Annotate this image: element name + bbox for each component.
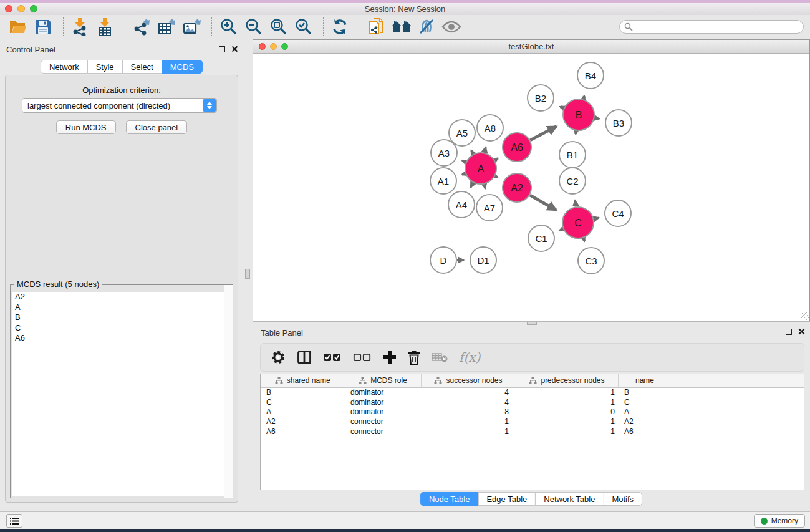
show-hide-panels-icon[interactable]: [441, 17, 462, 36]
save-session-icon[interactable]: [32, 17, 54, 36]
table-tab-network-table[interactable]: Network Table: [535, 492, 604, 506]
vertical-splitter[interactable]: [243, 39, 253, 511]
table-row[interactable]: A6connector11A6: [261, 427, 804, 437]
horizontal-splitter-handle[interactable]: [527, 322, 537, 325]
tab-mcds[interactable]: MCDS: [162, 60, 203, 74]
cell-successor-nodes[interactable]: 4: [421, 397, 516, 407]
open-file-icon[interactable]: [7, 17, 29, 36]
column-header-successor-nodes[interactable]: successor nodes: [421, 374, 516, 387]
table-row[interactable]: A2connector11A2: [261, 417, 804, 427]
cell-predecessor-nodes[interactable]: 1: [516, 387, 618, 397]
node-A6[interactable]: A6: [503, 133, 531, 162]
edge-C-C2[interactable]: [575, 200, 576, 206]
edge-A-A5[interactable]: [471, 150, 473, 154]
run-mcds-button[interactable]: Run MCDS: [56, 120, 116, 134]
node-C3[interactable]: C3: [578, 248, 604, 274]
cell-predecessor-nodes[interactable]: 1: [516, 417, 618, 427]
node-A8[interactable]: A8: [477, 115, 503, 141]
refresh-icon[interactable]: [329, 17, 350, 36]
node-A2[interactable]: A2: [503, 173, 531, 202]
edge-A6-B[interactable]: [530, 127, 556, 140]
import-network-icon[interactable]: [69, 17, 90, 36]
edge-A-A1[interactable]: [462, 173, 465, 175]
window-resize-grip[interactable]: [801, 312, 809, 320]
cell-name[interactable]: A: [618, 407, 672, 417]
result-item-c[interactable]: C: [12, 323, 231, 334]
cell-MCDS-role[interactable]: dominator: [345, 407, 421, 417]
node-A5[interactable]: A5: [449, 120, 475, 146]
open-browser-icon[interactable]: [391, 17, 412, 36]
edge-B-B1[interactable]: [576, 131, 576, 134]
float-table-panel-icon[interactable]: [786, 329, 792, 335]
node-B[interactable]: B: [563, 99, 594, 130]
criterion-select[interactable]: largest connected component (directed): [22, 98, 217, 113]
table-row[interactable]: Adominator80A: [261, 407, 804, 417]
splitter-handle[interactable]: [245, 269, 250, 279]
deselect-all-icon[interactable]: [353, 352, 372, 362]
cell-shared-name[interactable]: A6: [261, 427, 345, 437]
column-header-name[interactable]: name: [618, 374, 672, 387]
tab-network[interactable]: Network: [41, 60, 88, 74]
result-item-b[interactable]: B: [12, 312, 231, 323]
cell-predecessor-nodes[interactable]: 1: [516, 397, 618, 407]
cell-MCDS-role[interactable]: dominator: [345, 387, 421, 397]
cell-shared-name[interactable]: A: [261, 407, 345, 417]
table-tab-motifs[interactable]: Motifs: [603, 492, 642, 506]
cell-name[interactable]: B: [618, 387, 672, 397]
node-D[interactable]: D: [430, 247, 456, 273]
add-column-icon[interactable]: [383, 351, 397, 364]
task-history-button[interactable]: [6, 514, 22, 528]
node-A[interactable]: A: [465, 153, 496, 184]
zoom-out-icon[interactable]: [243, 17, 264, 36]
node-C1[interactable]: C1: [528, 225, 554, 251]
cell-shared-name[interactable]: B: [261, 387, 345, 397]
show-columns-icon[interactable]: [297, 350, 312, 365]
node-A4[interactable]: A4: [448, 191, 475, 218]
edge-A-A7[interactable]: [485, 184, 486, 188]
result-item-a2[interactable]: A2: [12, 292, 231, 302]
zoom-selected-icon[interactable]: [292, 17, 314, 36]
edge-B-B4[interactable]: [584, 96, 584, 99]
edge-C-C3[interactable]: [583, 238, 584, 241]
cell-successor-nodes[interactable]: 8: [421, 407, 516, 417]
close-panel-icon[interactable]: [231, 46, 238, 52]
zoom-fit-icon[interactable]: [268, 17, 289, 36]
export-image-icon[interactable]: [181, 17, 202, 36]
node-A7[interactable]: A7: [476, 195, 503, 221]
result-scrollbar[interactable]: [224, 285, 233, 498]
edge-A2-C[interactable]: [530, 195, 556, 210]
node-B2[interactable]: B2: [528, 85, 554, 111]
edge-A-A3[interactable]: [462, 160, 466, 162]
delete-table-icon[interactable]: [432, 352, 448, 363]
table-tab-edge-table[interactable]: Edge Table: [478, 492, 536, 506]
result-item-a6[interactable]: A6: [12, 333, 231, 344]
column-header-predecessor-nodes[interactable]: predecessor nodes: [516, 374, 618, 387]
cell-shared-name[interactable]: C: [261, 397, 345, 407]
edge-B-B3[interactable]: [594, 118, 599, 119]
network-canvas[interactable]: B4B2BB3A8A5A6A3B1AA1C2A2A4A7C4CC1C3DD1: [253, 54, 809, 321]
cell-successor-nodes[interactable]: 1: [421, 417, 516, 427]
cell-predecessor-nodes[interactable]: 0: [516, 407, 618, 417]
cell-MCDS-role[interactable]: connector: [345, 427, 421, 437]
node-D1[interactable]: D1: [470, 247, 496, 273]
edge-A-A8[interactable]: [485, 147, 486, 153]
import-table-icon[interactable]: [94, 17, 115, 36]
edge-A-A2[interactable]: [495, 176, 498, 177]
node-B1[interactable]: B1: [559, 142, 586, 168]
edge-B-B2[interactable]: [561, 107, 564, 108]
tab-select[interactable]: Select: [122, 60, 162, 74]
graphics-details-icon[interactable]: [416, 17, 437, 36]
delete-column-icon[interactable]: [408, 350, 420, 365]
cell-shared-name[interactable]: A2: [261, 417, 345, 427]
cell-successor-nodes[interactable]: 4: [421, 387, 516, 397]
node-A3[interactable]: A3: [431, 140, 457, 166]
float-panel-icon[interactable]: [219, 46, 225, 52]
table-tab-node-table[interactable]: Node Table: [420, 492, 479, 506]
settings-gear-icon[interactable]: [271, 350, 286, 365]
export-network-icon[interactable]: [131, 17, 152, 36]
node-C2[interactable]: C2: [559, 168, 586, 194]
zoom-in-icon[interactable]: [218, 17, 239, 36]
node-B4[interactable]: B4: [577, 62, 604, 89]
clone-network-icon[interactable]: [366, 17, 387, 36]
node-A1[interactable]: A1: [430, 168, 456, 194]
